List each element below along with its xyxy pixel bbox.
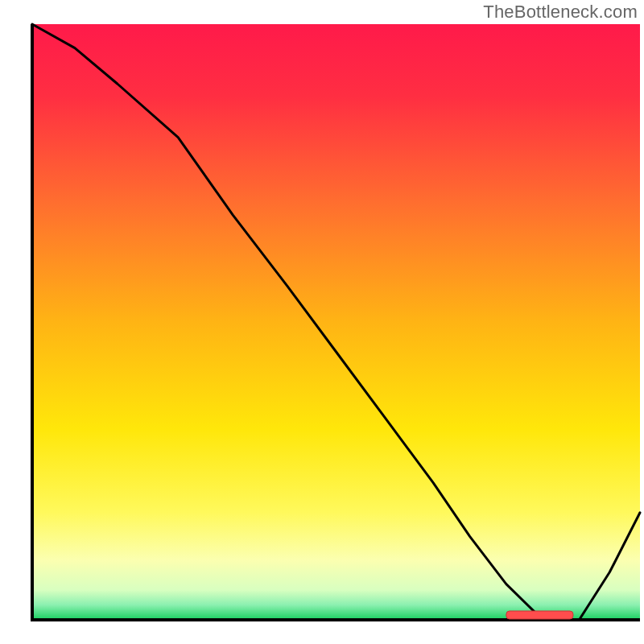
- svg-rect-0: [32, 24, 640, 620]
- selected-marker: [506, 611, 573, 619]
- svg-rect-3: [506, 611, 573, 619]
- plot-background: [32, 24, 640, 620]
- chart-stage: TheBottleneck.com: [0, 0, 644, 644]
- bottleneck-line-chart: [0, 0, 644, 644]
